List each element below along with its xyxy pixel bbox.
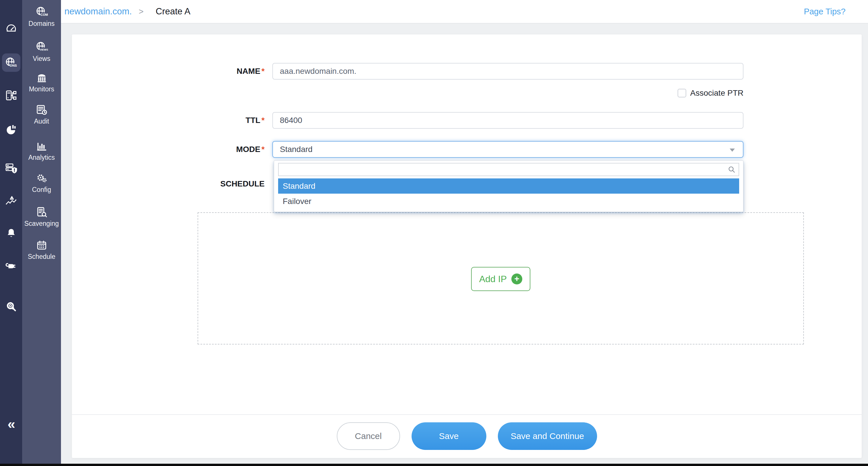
breadcrumb-separator: >: [138, 7, 144, 16]
dropdown-option-standard[interactable]: Standard: [278, 178, 739, 194]
sidebar-collapse-button[interactable]: «: [0, 416, 22, 432]
add-ip-button[interactable]: Add IP +: [471, 267, 530, 291]
rail-item-dashboard[interactable]: [0, 23, 22, 35]
add-ip-label: Add IP: [479, 274, 507, 285]
associate-ptr-checkbox[interactable]: [678, 89, 686, 97]
dns-badge-text: DNS: [10, 64, 17, 67]
globe-views-icon: VIEWS: [22, 41, 61, 54]
mode-selected-value: Standard: [280, 145, 313, 154]
sidebar-item-label: Monitors: [22, 85, 61, 93]
sidebar-item-label: Audit: [22, 118, 61, 125]
cancel-button[interactable]: Cancel: [337, 422, 400, 450]
config-gears-icon: [22, 172, 61, 185]
schedule-calendar-icon: [22, 239, 61, 252]
footer-actions: Cancel Save Save and Continue: [72, 422, 862, 450]
collapse-chevrons-icon: «: [7, 416, 15, 432]
admin-tools-icon: [5, 299, 18, 312]
dashboard-gauge-icon: [5, 23, 18, 35]
page-tips-link[interactable]: Page Tips?: [804, 7, 845, 16]
sidebar-item-domains[interactable]: COM Domains: [22, 6, 61, 28]
sidebar-item-monitors[interactable]: Monitors: [22, 72, 61, 93]
rail-item-anomaly[interactable]: [0, 195, 22, 207]
dropdown-search-wrap: [278, 163, 739, 176]
monitors-building-icon: [22, 72, 61, 84]
dropdown-option-failover[interactable]: Failover: [278, 194, 739, 209]
rail-item-admin[interactable]: [0, 299, 22, 312]
sidebar-item-label: Domains: [22, 20, 61, 28]
schedule-label: SCHEDULE: [72, 175, 265, 192]
com-badge-text: COM: [40, 13, 48, 16]
rail-item-ipam[interactable]: [0, 89, 22, 102]
sidebar-item-scavenging[interactable]: Scavenging: [22, 206, 61, 228]
ttl-label: TTL*: [72, 112, 265, 129]
bottom-edge-strip: [0, 464, 868, 466]
associate-ptr-label: Associate PTR: [690, 89, 743, 98]
reports-pie-icon: [5, 124, 18, 136]
sidebar-item-schedule[interactable]: Schedule: [22, 239, 61, 261]
server-alert-icon: [5, 162, 18, 175]
rail-item-notifications[interactable]: [0, 227, 22, 240]
sidebar-item-config[interactable]: Config: [22, 172, 61, 194]
views-badge-text: VIEWS: [40, 48, 48, 51]
name-label: NAME*: [72, 63, 265, 79]
sidebar-item-analytics[interactable]: Analytics: [22, 140, 61, 162]
dropdown-caret-icon: [730, 148, 735, 152]
sidebar-item-label: Scavenging: [22, 220, 61, 228]
dropdown-option-list: Standard Failover: [278, 178, 739, 209]
rail-item-reports[interactable]: [0, 124, 22, 136]
ip-list-dropzone: Add IP +: [197, 212, 804, 344]
plus-circle-icon: +: [512, 273, 522, 285]
icon-rail: DNS: [0, 0, 22, 466]
ipam-tree-icon: [5, 89, 18, 102]
mode-select[interactable]: Standard: [272, 141, 743, 158]
globe-com-icon: COM: [22, 6, 61, 19]
rail-item-faults[interactable]: [0, 162, 22, 175]
mode-dropdown-panel: Standard Failover: [274, 160, 743, 212]
sidebar-item-label: Schedule: [22, 253, 61, 261]
scavenging-search-doc-icon: [22, 206, 61, 218]
name-required-mark: *: [261, 67, 265, 75]
sidebar-item-audit[interactable]: Audit: [22, 103, 61, 125]
name-input[interactable]: [272, 63, 743, 79]
ttl-input[interactable]: [272, 112, 743, 129]
save-and-continue-button[interactable]: Save and Continue: [498, 422, 597, 450]
sidebar-item-label: Analytics: [22, 154, 61, 162]
analytics-bars-icon: [22, 140, 61, 152]
ttl-required-mark: *: [261, 116, 265, 125]
sidebar-item-label: Views: [22, 55, 61, 63]
associate-ptr-row: Associate PTR: [272, 88, 743, 98]
breadcrumb-domain-link[interactable]: newdomain.com.: [64, 6, 132, 16]
search-icon: [727, 165, 736, 175]
rail-item-integrations[interactable]: [0, 259, 22, 272]
notifications-bell-icon: [5, 227, 18, 240]
mode-label: MODE*: [72, 141, 265, 158]
page-title: Create A: [156, 6, 190, 16]
footer-divider: [72, 414, 862, 415]
save-button[interactable]: Save: [411, 422, 486, 450]
sidebar-item-views[interactable]: VIEWS Views: [22, 41, 61, 63]
sidebar-menu: COM Domains VIEWS Views Monitors: [22, 0, 61, 466]
top-bar: newdomain.com. > Create A Page Tips?: [61, 0, 868, 24]
audit-list-clock-icon: [22, 103, 61, 116]
rail-item-dns[interactable]: DNS: [0, 56, 22, 69]
dns-globe-icon: DNS: [5, 56, 18, 69]
anomaly-graph-icon: [5, 195, 18, 207]
create-a-record-form-card: NAME* Associate PTR TTL* MODE* Standard …: [72, 34, 862, 458]
integrations-plug-icon: [5, 259, 18, 272]
dropdown-search-input[interactable]: [278, 163, 739, 176]
sidebar-item-label: Config: [22, 186, 61, 194]
mode-required-mark: *: [261, 145, 265, 154]
